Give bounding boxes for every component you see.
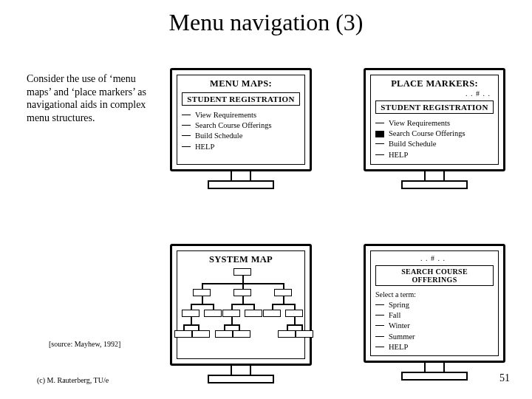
- list-item: HELP: [182, 142, 300, 152]
- menu-list: View Requirements Search Course Offering…: [182, 110, 300, 152]
- list-item: HELP: [375, 342, 494, 352]
- list-item: Fall: [375, 310, 494, 321]
- figure-place-markers: PLACE MARKERS: . . # . . STUDENT REGISTR…: [364, 68, 505, 189]
- breadcrumb-marker: . . # . .: [375, 254, 494, 262]
- source-citation: [source: Mayhew, 1992]: [49, 340, 120, 348]
- list-item: View Requirements: [375, 118, 494, 129]
- list-item: Search Course Offerings: [182, 120, 300, 131]
- figure-course-offerings: . . # . . SEARCH COURSE OFFERINGS Select…: [364, 244, 505, 381]
- list-item: Spring: [375, 300, 494, 310]
- figure-system-map: SYSTEM MAP: [170, 244, 312, 383]
- screen-heading: MENU MAPS:: [182, 78, 300, 89]
- list-item-label: Search Course Offerings: [389, 129, 466, 137]
- list-item: HELP: [375, 150, 494, 160]
- list-item: Winter: [375, 321, 494, 331]
- monitor-base-icon: [401, 180, 468, 189]
- list-item: Build Schedule: [182, 131, 300, 141]
- menu-list: Spring Fall Winter Summer HELP: [375, 300, 494, 352]
- screen-heading: SYSTEM MAP: [182, 254, 300, 265]
- body-paragraph: Consider the use of ‘menu maps’ and ‘pla…: [27, 72, 152, 124]
- screen-heading: PLACE MARKERS:: [375, 78, 494, 89]
- selection-marker-icon: [375, 131, 384, 137]
- tree-diagram-icon: [182, 268, 300, 355]
- list-item-selected: Search Course Offerings: [375, 129, 494, 139]
- list-item: Build Schedule: [375, 139, 494, 149]
- page-title: Menu navigation (3): [0, 0, 532, 36]
- menu-list: View Requirements Search Course Offering…: [375, 118, 494, 160]
- breadcrumb-marker: . . # . .: [375, 89, 494, 98]
- copyright-line: (c) M. Rauterberg, TU/e: [37, 376, 109, 384]
- figure-menu-maps: MENU MAPS: STUDENT REGISTRATION View Req…: [170, 68, 312, 189]
- monitor-base-icon: [208, 375, 274, 383]
- monitor-base-icon: [401, 372, 468, 381]
- monitor-base-icon: [208, 180, 274, 189]
- window-title: STUDENT REGISTRATION: [375, 100, 494, 114]
- prompt-text: Select a term:: [375, 290, 494, 299]
- window-title: SEARCH COURSE OFFERINGS: [375, 265, 494, 286]
- list-item: Summer: [375, 332, 494, 342]
- window-title: STUDENT REGISTRATION: [182, 92, 300, 106]
- list-item: View Requirements: [182, 110, 300, 120]
